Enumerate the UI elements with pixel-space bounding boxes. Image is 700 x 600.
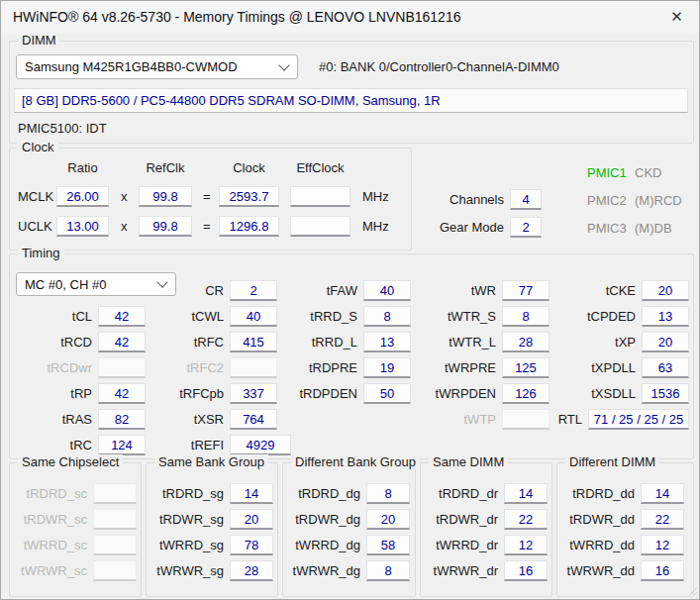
pmic2-name: PMIC2	[587, 193, 627, 208]
cell-twrpre: tWRPRE125	[414, 357, 550, 378]
close-icon: ✕	[670, 8, 683, 26]
chevron-down-icon	[278, 59, 289, 70]
cell-tcwl: tCWL40	[142, 306, 277, 327]
same-dimm-legend: Same DIMM	[429, 454, 508, 469]
cell-trdwr-dd: tRDWR_dd22	[563, 509, 684, 530]
mclk-unit: MHz	[362, 189, 389, 204]
gear-mode-label: Gear Mode	[415, 220, 504, 235]
cell-txsdll: tXSDLL1536	[553, 383, 689, 404]
dimm-module-info: [8 GB] DDR5-5600 / PC5-44800 DDR5 SDRAM …	[14, 88, 688, 113]
cell-twrwr-sg: tWRWR_sg28	[152, 560, 273, 581]
same-bank-group-legend: Same Bank Group	[154, 454, 268, 469]
close-button[interactable]: ✕	[654, 1, 699, 33]
pmic1-value: CKD	[635, 165, 661, 180]
cell-twrpden: tWRPDEN126	[414, 383, 550, 404]
clock-group: Clock Ratio RefClk Clock EffClock MCLK 2…	[9, 148, 412, 250]
cell-trcd: tRCD42	[10, 332, 146, 352]
cell-twrrd-dd: tWRRD_dd12	[563, 535, 684, 555]
different-dimm-group: Different DIMM tRDRD_dd14 tRDWR_dd22 tWR…	[556, 462, 694, 597]
cell-txpdll: tXPDLL63	[553, 357, 689, 378]
pmic1-name: PMIC1	[587, 165, 627, 180]
uclk-refclk: 99.8	[139, 216, 192, 237]
dimm-module-select-value: Samsung M425R1GB4BB0-CWMOD	[25, 59, 238, 74]
clock-header-clock: Clock	[219, 160, 279, 175]
cell-trdrd-dd: tRDRD_dd14	[563, 483, 684, 504]
cell-txsr: tXSR764	[142, 409, 277, 430]
cell-tcke: tCKE20	[553, 280, 689, 301]
cell-trc: tRC124	[10, 435, 146, 455]
dimm-group: DIMM Samsung M425R1GB4BB0-CWMOD #0: BANK…	[9, 41, 694, 144]
cell-rtl: RTL71 / 25 / 25 / 25	[500, 409, 689, 430]
timing-channel-select-value: MC #0, CH #0	[25, 277, 106, 292]
uclk-mult-sign: x	[121, 219, 128, 234]
same-chipselect-group: Same Chipselect tRDRD_sc tRDWR_sc tWRRD_…	[9, 462, 142, 597]
cell-trdrd-dg: tRDRD_dg8	[289, 483, 410, 504]
cell-twrrd-sc: tWRRD_sc	[16, 535, 137, 555]
uclk-effclock	[290, 216, 350, 237]
cell-trrd-l: tRRD_L13	[275, 332, 411, 352]
memory-timings-window: HWiNFO® 64 v8.26-5730 - Memory Timings @…	[0, 0, 700, 600]
resize-grip[interactable]	[687, 587, 697, 597]
pmic2-value: (M)RCD	[635, 193, 682, 208]
cell-twrwr-dr: tWRWR_dr16	[427, 560, 548, 581]
cell-tcpded: tCPDED13	[553, 306, 689, 327]
cell-twtr-l: tWTR_L28	[414, 332, 550, 352]
mclk-mult-sign: x	[121, 189, 128, 204]
same-chipselect-legend: Same Chipselect	[18, 454, 123, 469]
mclk-effclock	[290, 186, 350, 207]
cell-trdwr-sg: tRDWR_sg20	[152, 509, 273, 530]
cell-trcdwr: tRCDwr	[10, 357, 146, 378]
cell-trdpre: tRDPRE19	[275, 357, 411, 378]
cell-trrd-s: tRRD_S8	[275, 306, 411, 327]
pmic3-value: (M)DB	[635, 221, 672, 236]
clock-group-legend: Clock	[18, 140, 58, 154]
title-bar[interactable]: HWiNFO® 64 v8.26-5730 - Memory Timings @…	[1, 1, 699, 33]
different-bank-group-legend: Different Bank Group	[291, 454, 420, 469]
different-bank-group-group: Different Bank Group tRDRD_dg8 tRDWR_dg2…	[282, 462, 416, 597]
cell-twrrd-dg: tWRRD_dg58	[289, 535, 410, 555]
gear-mode-field: Gear Mode 2	[415, 217, 542, 238]
cell-trfcpb: tRFCpb337	[142, 383, 277, 404]
dimm-slot-label: #0: BANK 0/Controller0-ChannelA-DIMM0	[319, 59, 559, 74]
clock-header-refclk: RefClk	[139, 160, 192, 175]
cell-twtr-s: tWTR_S8	[414, 306, 550, 327]
cell-trdrd-dr: tRDRD_dr14	[427, 483, 548, 504]
cell-cr: CR2	[142, 280, 277, 301]
dimm-module-select[interactable]: Samsung M425R1GB4BB0-CWMOD	[16, 54, 298, 79]
cell-twrrd-sg: tWRRD_sg78	[152, 535, 273, 555]
clock-header-effclock: EffClock	[290, 160, 350, 175]
cell-trfc: tRFC415	[142, 332, 277, 352]
cell-twrwr-dd: tWRWR_dd16	[563, 560, 684, 581]
uclk-ratio: 13.00	[56, 216, 109, 237]
cell-txp: tXP20	[553, 332, 689, 352]
cell-twrwr-dg: tWRWR_dg8	[289, 560, 410, 581]
channels-field: Channels 4	[415, 189, 542, 210]
uclk-unit: MHz	[362, 219, 389, 234]
cell-trdrd-sg: tRDRD_sg14	[152, 483, 273, 504]
cell-trfc2: tRFC2	[142, 357, 277, 378]
uclk-label: UCLK	[18, 219, 52, 234]
mclk-equals-sign: =	[203, 189, 211, 204]
pmic3-name: PMIC3	[587, 221, 627, 236]
cell-twrwr-sc: tWRWR_sc	[16, 560, 137, 581]
timing-group-legend: Timing	[18, 246, 64, 260]
same-dimm-group: Same DIMM tRDRD_dr14 tRDWR_dr22 tWRRD_dr…	[420, 462, 552, 597]
same-bank-group-group: Same Bank Group tRDRD_sg14 tRDWR_sg20 tW…	[146, 462, 278, 597]
different-dimm-legend: Different DIMM	[565, 454, 659, 469]
cell-twr: tWR77	[414, 280, 550, 301]
cell-trdwr-dr: tRDWR_dr22	[427, 509, 548, 530]
channels-label: Channels	[415, 192, 504, 207]
cell-trdwr-sc: tRDWR_sc	[16, 509, 137, 530]
cell-twrrd-dr: tWRRD_dr12	[427, 535, 548, 555]
cell-tcl: tCL42	[10, 306, 146, 327]
cell-tfaw: tFAW40	[275, 280, 411, 301]
cell-trdpden: tRDPDEN50	[275, 383, 411, 404]
cell-trp: tRP42	[10, 383, 146, 404]
dimm-group-legend: DIMM	[18, 33, 60, 48]
dimm-pmic-info: PMIC5100: IDT	[18, 121, 107, 136]
cell-tras: tRAS82	[10, 409, 146, 430]
timing-group: Timing MC #0, CH #0 tCL42 tRCD42 tRCDwr …	[9, 253, 694, 459]
cell-trdrd-sc: tRDRD_sc	[16, 483, 137, 504]
cell-trefi: tREFI4929	[142, 435, 291, 455]
mclk-ratio: 26.00	[56, 186, 109, 207]
